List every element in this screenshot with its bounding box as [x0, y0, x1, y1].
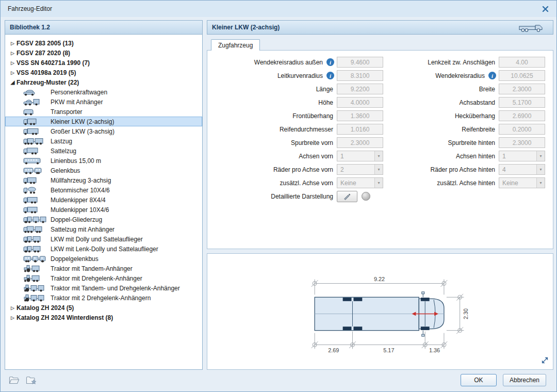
field-row-leitkurvenradius: Leitkurvenradiusi8.3100 — [212, 70, 383, 81]
tree-item-lkw-mit-dolly-und-sattelauflieger[interactable]: LKW mit Dolly und Sattelauflieger — [5, 234, 202, 244]
tree-item-traktor-mit-2-drehgelenk-anhaengern[interactable]: Traktor mit 2 Drehgelenk-Anhängern — [5, 293, 202, 303]
field-row-frontueberhang: Frontüberhang1.3600 — [212, 110, 383, 121]
drawing-panel: 9.22 2.30 2.69 5.17 1.36 — [207, 253, 553, 370]
tree-item-muldenkipper-8x4-4[interactable]: Muldenkipper 8X4/4 — [5, 195, 202, 205]
raeder-pro-achse-hinten-select[interactable]: 4▾ — [499, 164, 545, 175]
close-icon[interactable] — [539, 3, 551, 15]
cancel-button[interactable]: Abbrechen — [503, 374, 546, 386]
tree-item-lkw-mit-lenk-dolly-und-sattelauflieger[interactable]: LKW mit Lenk-Dolly und Sattelauflieger — [5, 244, 202, 254]
field-row-raeder-pro-achse-vorn: Räder pro Achse vorn2▾ — [212, 164, 383, 175]
tree-item-transporter[interactable]: Transporter — [5, 107, 202, 117]
concrete-mixer-icon — [23, 186, 51, 194]
collapse-arrow-icon[interactable]: ◢ — [9, 79, 17, 85]
field-label: Achsabstand — [375, 99, 499, 106]
titlebar: Fahrzeug-Editor — [1, 1, 556, 17]
field-row-raeder-pro-achse-hinten: Räder pro Achse hinten4▾ — [375, 164, 545, 175]
field-row-detaillierte-darstellung: Detaillierte Darstellung — [212, 191, 383, 202]
tree-item-linienbus-15-00-m[interactable]: Linienbus 15,00 m — [5, 156, 202, 166]
tree-group-vss-40198a-2019-5[interactable]: ▷VSS 40198a 2019 (5) — [5, 68, 202, 77]
select-value: Keine — [499, 178, 536, 188]
info-icon[interactable]: i — [326, 72, 334, 79]
reifenbreite-input[interactable]: 0.2000 — [499, 124, 545, 135]
dump-truck-icon — [23, 205, 51, 214]
expand-arrow-icon[interactable]: ▷ — [9, 70, 17, 75]
tab-zugfahrzeug[interactable]: Zugfahrzeug — [211, 39, 260, 51]
folder-open-icon[interactable] — [9, 376, 20, 385]
semi-with-trailer-icon — [23, 225, 51, 234]
tree-group-vss-sn-640271a-1990-7[interactable]: ▷VSS SN 640271a 1990 (7) — [5, 58, 202, 68]
tree-item-lastzug[interactable]: Lastzug — [5, 136, 202, 146]
field-label: Hecküberhang — [375, 112, 499, 120]
field-row-achsen-vorn: Achsen vorn1▾ — [212, 151, 383, 161]
articulated-bus-icon — [23, 166, 51, 175]
expand-arrow-icon[interactable]: ▷ — [9, 41, 17, 46]
detail-controls — [337, 191, 383, 202]
garbage-truck-icon — [23, 176, 51, 185]
spurbreite-hinten-input[interactable]: 2.3000 — [499, 137, 545, 148]
wendekreisradius-input[interactable]: 10.0625 — [499, 70, 545, 81]
field-label: Achsen vorn — [212, 153, 337, 160]
detail-edit-button[interactable] — [337, 191, 357, 202]
tree-item-sattelzug[interactable]: Sattelzug — [5, 146, 202, 156]
tree-item-betonmischer-10x4-6[interactable]: Betonmischer 10X4/6 — [5, 185, 202, 195]
achsabstand-input[interactable]: 5.1700 — [499, 97, 545, 108]
tree-item-sattelzug-mit-anhaenger[interactable]: Sattelzug mit Anhänger — [5, 224, 202, 234]
tree-item-kleiner-lkw-2-achsig[interactable]: Kleiner LKW (2-achsig) — [5, 117, 202, 126]
field-row-hoehe: Höhe4.0000 — [212, 97, 383, 108]
tree-group-katalog-zh-2024-winterdienst-8[interactable]: ▷Katalog ZH 2024 Winterdienst (8) — [5, 313, 202, 322]
select-value: Keine — [337, 178, 374, 188]
tree-group-fahrzeug-muster-22[interactable]: ◢Fahrzeug-Muster (22) — [5, 77, 202, 87]
expand-arrow-icon[interactable]: ▷ — [9, 60, 17, 66]
tree-item-label: Großer LKW (3-achsig) — [51, 128, 118, 135]
field-label: Leitkurvenradius — [212, 72, 326, 79]
bottom-bar: OK Abbrechen — [1, 369, 556, 391]
expand-drawing-icon[interactable] — [541, 356, 549, 366]
expand-arrow-icon[interactable]: ▷ — [9, 305, 17, 311]
select-value: 4 — [499, 165, 536, 174]
tree-item-doppelgelenkbus[interactable]: Doppelgelenkbus — [5, 254, 202, 264]
tree-group-label: VSS 40198a 2019 (5) — [17, 69, 76, 76]
zusaetzl-achse-hinten-select[interactable]: Keine▾ — [499, 177, 545, 188]
tree-group-label: VSS SN 640271a 1990 (7) — [17, 59, 90, 67]
tree-item-grosser-lkw-3-achsig[interactable]: Großer LKW (3-achsig) — [5, 126, 202, 136]
tree-item-pkw-mit-anhaenger[interactable]: PKW mit Anhänger — [5, 97, 202, 107]
tree-item-muellfahrzeug-3-achsig[interactable]: Müllfahrzeug 3-achsig — [5, 175, 202, 185]
dialog-buttons: OK Abbrechen — [461, 374, 546, 386]
breite-input[interactable]: 2.3000 — [499, 84, 545, 94]
info-icon[interactable]: i — [326, 58, 334, 66]
tree-item-personenkraftwagen[interactable]: Personenkraftwagen — [5, 87, 202, 97]
tree-item-traktor-mit-drehgelenk-anhaenger[interactable]: Traktor mit Drehgelenk-Anhänger — [5, 273, 202, 283]
lenkzeit-zw-anschlaegen-input[interactable]: 4.00 — [499, 57, 545, 68]
tree-item-gelenkbus[interactable]: Gelenkbus — [5, 166, 202, 175]
heckueberhang-input[interactable]: 2.6900 — [499, 110, 545, 121]
field-row-achsabstand: Achsabstand5.1700 — [375, 97, 545, 108]
tree-item-traktor-mit-tandem-und-drehgelenk-anhaenger[interactable]: Traktor mit Tandem- und Drehgelenk-Anhän… — [5, 283, 202, 293]
achsen-hinten-select[interactable]: 1▾ — [499, 151, 545, 161]
field-row-spurbreite-hinten: Spurbreite hinten2.3000 — [375, 137, 545, 148]
tree-item-label: Linienbus 15,00 m — [51, 157, 104, 165]
field-row-zusaetzl-achse-vorn: zusätzl. Achse vornKeine▾ — [212, 177, 383, 188]
dump-truck-icon — [23, 195, 51, 204]
field-row-spurbreite-vorn: Spurbreite vorn2.3000 — [212, 137, 383, 148]
tractor-trailer-icon — [23, 274, 51, 283]
folder-favorite-icon[interactable] — [26, 376, 37, 385]
tree-group-fgsv-283-2005-13[interactable]: ▷FGSV 283 2005 (13) — [5, 38, 202, 48]
tree-item-traktor-mit-tandem-anhaenger[interactable]: Traktor mit Tandem-Anhänger — [5, 264, 202, 273]
tree-item-label: Personenkraftwagen — [51, 89, 110, 96]
tractor-two-trailer-icon — [23, 293, 51, 302]
ok-button[interactable]: OK — [461, 374, 497, 386]
tree-item-muldenkipper-10x4-6[interactable]: Muldenkipper 10X4/6 — [5, 205, 202, 215]
tractor-trailer-icon — [23, 264, 51, 273]
tree-item-doppel-gliederzug[interactable]: Doppel-Gliederzug — [5, 215, 202, 224]
field-row-wendekreisradius: Wendekreisradiusi10.0625 — [375, 70, 545, 81]
expand-arrow-icon[interactable]: ▷ — [9, 315, 17, 320]
tree-group-katalog-zh-2024-5[interactable]: ▷Katalog ZH 2024 (5) — [5, 303, 202, 313]
detail-indicator-toggle[interactable] — [362, 192, 370, 201]
tree-group-fgsv-287-2020-8[interactable]: ▷FGSV 287 2020 (8) — [5, 48, 202, 58]
bus-icon — [23, 156, 51, 165]
form-column-left: Wendekreisradius außeni9.4600Leitkurvenr… — [212, 57, 383, 202]
info-icon[interactable]: i — [488, 72, 496, 79]
field-label: Höhe — [212, 99, 337, 106]
expand-arrow-icon[interactable]: ▷ — [9, 51, 17, 56]
select-value: 1 — [499, 151, 536, 161]
